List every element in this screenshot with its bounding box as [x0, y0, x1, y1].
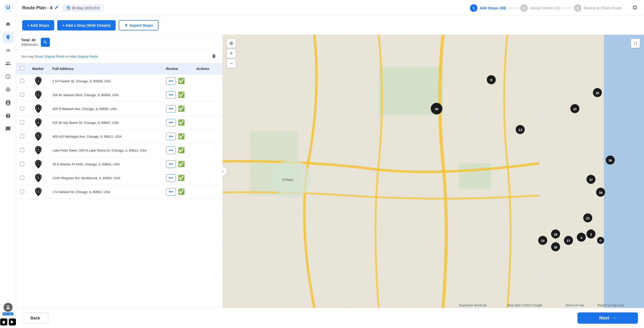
row-review-cell: ••• ✅	[162, 171, 192, 185]
row-checkbox[interactable]	[20, 79, 24, 83]
apple-store-icon[interactable]	[0, 318, 7, 325]
row-checkbox[interactable]	[20, 120, 24, 124]
row-checkbox-cell	[16, 185, 28, 199]
svg-text:4: 4	[581, 236, 583, 240]
zoom-in-button[interactable]: +	[227, 49, 236, 58]
row-checkbox-cell	[16, 130, 28, 143]
hide-fields-link[interactable]: Hide Original Fields	[70, 55, 98, 58]
row-address-cell: 35 E Wacker Pl #260, Chicago, IL 60601, …	[48, 157, 162, 171]
select-all-checkbox[interactable]	[20, 66, 24, 70]
sidebar-item-team[interactable]	[3, 58, 14, 69]
row-checkbox[interactable]	[20, 176, 24, 180]
add-stops-button[interactable]: + Add Stops	[22, 20, 54, 30]
row-actions-cell	[192, 102, 222, 116]
row-checkbox[interactable]	[20, 93, 24, 97]
import-stops-button[interactable]: Import Stops	[119, 20, 159, 30]
avatar[interactable]	[4, 303, 13, 312]
add-stop-details-button[interactable]: + Add a Stop (With Details)	[57, 20, 115, 30]
row-actions-cell	[192, 74, 222, 88]
step-3: 3 Review & Share Route	[574, 4, 622, 12]
row-address-cell: 1 N Halsted St, Chicago, IL 60661, USA	[48, 185, 162, 199]
svg-text:26: 26	[596, 91, 599, 95]
marker-pin-container: 7	[35, 160, 42, 168]
row-details-button[interactable]: •••	[166, 160, 176, 168]
row-details-button[interactable]: •••	[166, 77, 176, 85]
col-actions: Actions	[192, 63, 222, 74]
row-details-button[interactable]: •••	[166, 91, 176, 99]
row-checkbox-cell	[16, 116, 28, 130]
step-1-circle: 1	[470, 4, 477, 12]
sidebar-item-routes[interactable]	[3, 32, 14, 43]
sidebar-item-contact[interactable]	[3, 97, 14, 108]
row-verified-icon: ✅	[178, 161, 185, 167]
svg-text:8: 8	[490, 78, 492, 82]
row-review-cell: ••• ✅	[162, 185, 192, 199]
row-actions-cell	[192, 116, 222, 130]
marker-pin-container: 2	[35, 91, 42, 99]
sidebar-item-location[interactable]	[3, 84, 14, 95]
row-details-button[interactable]: •••	[166, 119, 176, 126]
header: Route Plan - 4 05 May 2023 (Fri) 1 Add S…	[16, 0, 644, 16]
show-fields-link[interactable]: Show Original Fields	[35, 55, 65, 58]
map-fullscreen-button[interactable]	[631, 39, 640, 48]
row-verified-icon: ✅	[178, 78, 185, 84]
settings-icon[interactable]	[632, 5, 638, 12]
marker-pin-container: 1	[35, 77, 42, 85]
app-logo[interactable]: U	[3, 3, 13, 13]
row-verified-icon: ✅	[178, 119, 185, 126]
pro-badge: Pro User	[3, 312, 14, 315]
row-review-cell: ••• ✅	[162, 157, 192, 171]
table-row: 9 1 N Halsted St, Chicago, IL 60661, USA…	[16, 185, 222, 199]
left-panel: Total: 49 Addresses You may Show Origina…	[16, 35, 223, 308]
row-checkbox[interactable]	[20, 162, 24, 166]
route-title: Route Plan - 4	[22, 5, 59, 11]
row-checkbox[interactable]	[20, 190, 24, 194]
row-address-cell: 1 N Franklin St, Chicago, IL 60606, USA	[48, 74, 162, 88]
row-checkbox[interactable]	[20, 148, 24, 152]
marker-pin-container: 6	[35, 146, 42, 155]
row-review-cell: ••• ✅	[162, 130, 192, 143]
row-actions-cell	[192, 130, 222, 143]
svg-text:9: 9	[38, 190, 39, 192]
edit-title-icon[interactable]	[54, 5, 59, 11]
row-checkbox-cell	[16, 171, 28, 185]
back-button[interactable]: Back	[22, 313, 48, 324]
row-details-button[interactable]: •••	[166, 188, 176, 196]
svg-text:U: U	[6, 5, 10, 10]
row-details-button[interactable]: •••	[166, 133, 176, 140]
row-checkbox[interactable]	[20, 134, 24, 138]
sidebar-item-chat[interactable]	[3, 123, 14, 134]
row-verified-icon: ✅	[178, 147, 185, 154]
row-checkbox-cell	[16, 88, 28, 102]
next-button[interactable]: Next →	[577, 312, 638, 324]
zoom-out-button[interactable]: −	[227, 59, 236, 68]
table-row: 1 1 N Franklin St, Chicago, IL 60606, US…	[16, 74, 222, 88]
row-marker-cell: 2	[28, 88, 48, 102]
step-3-circle: 3	[574, 4, 582, 12]
svg-text:8: 8	[38, 176, 39, 178]
date-pill[interactable]: 05 May 2023 (Fri)	[63, 5, 103, 11]
trash-button[interactable]	[210, 53, 217, 60]
sidebar-item-list[interactable]	[3, 45, 14, 56]
content-area: Total: 49 Addresses You may Show Origina…	[16, 35, 644, 308]
step-1: 1 Add Stops (49)	[470, 4, 506, 12]
table-row: 6 Lake Point Tower, 505 N Lake Shore Dr,…	[16, 143, 222, 157]
row-details-button[interactable]: •••	[166, 147, 176, 154]
row-details-button[interactable]: •••	[166, 105, 176, 113]
search-button[interactable]	[41, 38, 50, 47]
row-details-button[interactable]: •••	[166, 174, 176, 182]
row-checkbox-cell	[16, 143, 28, 157]
svg-text:O: O	[599, 239, 602, 242]
sidebar-item-home[interactable]	[3, 19, 14, 30]
footer: Back Next →	[16, 308, 644, 328]
play-store-icon[interactable]	[9, 318, 16, 325]
sidebar-item-help[interactable]	[3, 110, 14, 121]
marker-pin-container: 8	[35, 174, 42, 182]
sidebar-item-clock[interactable]	[3, 71, 14, 82]
step-2-circle: 2	[520, 4, 528, 12]
svg-text:23: 23	[586, 216, 590, 220]
locate-button[interactable]	[227, 39, 236, 48]
marker-pin-container: 9	[35, 188, 42, 196]
row-checkbox[interactable]	[20, 106, 24, 111]
sidebar: U Pro User	[0, 0, 16, 328]
